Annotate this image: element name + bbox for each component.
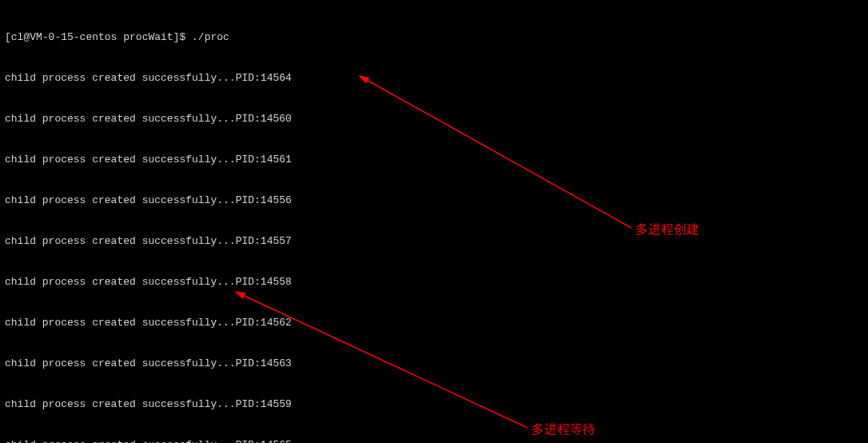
output-line: child process created successfully...PID… (5, 438, 863, 443)
output-line: child process created successfully...PID… (5, 71, 863, 85)
output-line: child process created successfully...PID… (5, 194, 863, 207)
prompt-line: [cl@VM-0-15-centos procWait]$ ./proc (5, 30, 863, 44)
output-line: child process created successfully...PID… (5, 316, 863, 329)
output-line: child process created successfully...PID… (5, 234, 863, 248)
output-line: child process created successfully...PID… (5, 153, 863, 166)
annotation-multiprocess-wait: 多进程等待 (532, 422, 595, 436)
output-line: child process created successfully...PID… (5, 112, 863, 126)
output-line: child process created successfully...PID… (5, 357, 863, 370)
output-line: child process created successfully...PID… (5, 275, 863, 289)
output-line: child process created successfully...PID… (5, 397, 863, 411)
annotation-multiprocess-create: 多进程创建 (635, 222, 699, 236)
terminal-output[interactable]: [cl@VM-0-15-centos procWait]$ ./proc chi… (5, 3, 863, 443)
